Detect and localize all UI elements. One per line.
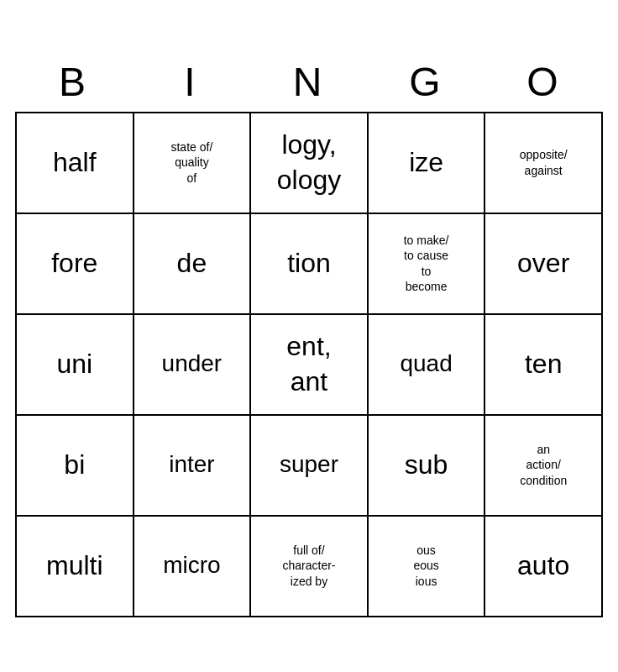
bingo-cell-12: ent,ant — [251, 315, 369, 416]
bingo-cell-16: inter — [134, 416, 252, 517]
bingo-grid: halfstate of/qualityoflogy,ologyizeoppos… — [15, 112, 603, 617]
header-letter-o: O — [485, 55, 603, 108]
bingo-cell-21: micro — [134, 517, 252, 617]
bingo-header: BINGO — [15, 55, 603, 108]
bingo-card: BINGO halfstate of/qualityoflogy,ologyiz… — [15, 55, 603, 617]
bingo-cell-15: bi — [17, 416, 134, 517]
bingo-cell-24: auto — [485, 517, 603, 617]
bingo-cell-1: state of/qualityof — [134, 113, 252, 214]
bingo-cell-14: ten — [485, 315, 603, 416]
bingo-cell-20: multi — [17, 517, 134, 617]
bingo-cell-9: over — [485, 214, 603, 315]
bingo-cell-10: uni — [17, 315, 134, 416]
bingo-cell-2: logy,ology — [251, 113, 369, 214]
bingo-cell-11: under — [134, 315, 252, 416]
bingo-cell-22: full of/character-ized by — [251, 517, 369, 617]
bingo-cell-3: ize — [369, 113, 486, 214]
bingo-cell-6: de — [134, 214, 252, 315]
bingo-cell-23: ouseousious — [369, 517, 486, 617]
bingo-cell-17: super — [251, 416, 369, 517]
bingo-cell-5: fore — [17, 214, 134, 315]
bingo-cell-18: sub — [369, 416, 486, 517]
header-letter-g: G — [368, 55, 485, 108]
bingo-cell-7: tion — [251, 214, 369, 315]
header-letter-b: B — [15, 55, 133, 108]
header-letter-n: N — [250, 55, 368, 108]
bingo-cell-4: opposite/against — [485, 113, 603, 214]
bingo-cell-8: to make/to causetobecome — [369, 214, 486, 315]
bingo-cell-0: half — [17, 113, 134, 214]
bingo-cell-13: quad — [369, 315, 486, 416]
bingo-cell-19: anaction/condition — [485, 416, 603, 517]
header-letter-i: I — [133, 55, 250, 108]
